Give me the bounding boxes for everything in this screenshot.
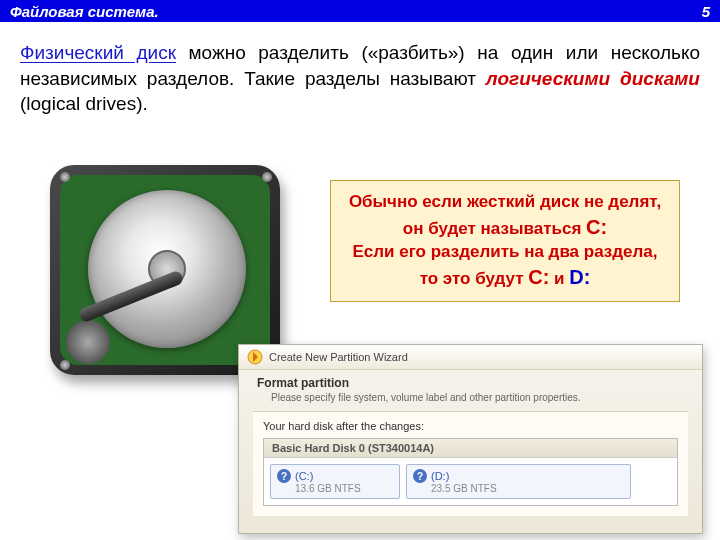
partition-detail: 13.6 GB NTFS bbox=[295, 483, 393, 494]
partition-d: ? (D:) 23.5 GB NTFS bbox=[406, 464, 631, 499]
term-logical-disks: логическими дисками bbox=[486, 68, 700, 89]
wizard-subheading: Please specify file system, volume label… bbox=[271, 392, 684, 403]
disk-header-row: Basic Hard Disk 0 (ST340014A) bbox=[264, 439, 677, 458]
term-physical-disk: Физический диск bbox=[20, 42, 176, 63]
header-title: Файловая система. bbox=[10, 3, 159, 20]
header-page: 5 bbox=[702, 3, 710, 20]
partition-wizard-window: Create New Partition Wizard Format parti… bbox=[238, 344, 703, 534]
partition-name: (D:) bbox=[431, 470, 449, 482]
slide-header: Файловая система. 5 bbox=[0, 0, 720, 22]
wizard-title: Create New Partition Wizard bbox=[269, 351, 408, 363]
partition-name: (C:) bbox=[295, 470, 313, 482]
partition-row: ? (C:) 13.6 GB NTFS ? (D:) 23.5 GB NTFS bbox=[264, 458, 677, 505]
partition-c: ? (C:) 13.6 GB NTFS bbox=[270, 464, 400, 499]
wizard-body-label: Your hard disk after the changes: bbox=[263, 420, 678, 432]
wizard-titlebar: Create New Partition Wizard bbox=[239, 345, 702, 370]
disk-layout-box: Basic Hard Disk 0 (ST340014A) ? (C:) 13.… bbox=[263, 438, 678, 506]
wizard-icon bbox=[247, 349, 263, 365]
callout-box: Обычно если жесткий диск не делят, он бу… bbox=[330, 180, 680, 302]
wizard-heading: Format partition bbox=[257, 376, 684, 390]
main-paragraph: Физический диск можно разделить («разбит… bbox=[0, 22, 720, 117]
partition-detail: 23.5 GB NTFS bbox=[431, 483, 624, 494]
help-icon: ? bbox=[277, 469, 291, 483]
wizard-body: Your hard disk after the changes: Basic … bbox=[253, 411, 688, 516]
help-icon: ? bbox=[413, 469, 427, 483]
wizard-header-section: Format partition Please specify file sys… bbox=[239, 370, 702, 411]
